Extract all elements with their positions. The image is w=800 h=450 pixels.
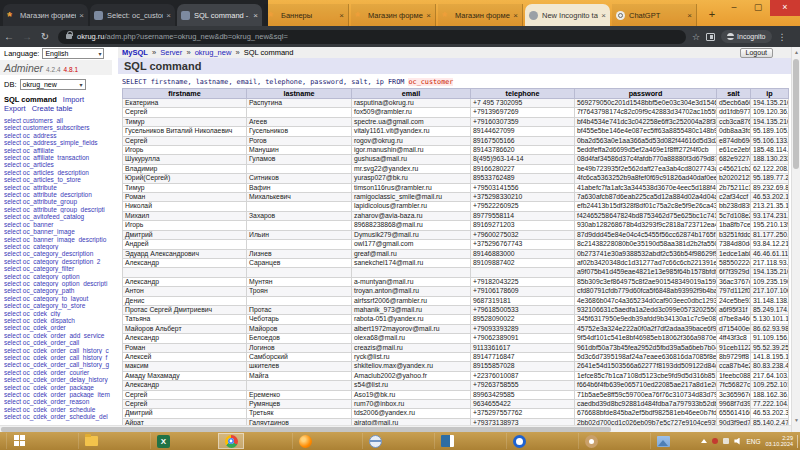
horizontal-scrollbar[interactable] [0, 425, 791, 432]
window-minimize-button[interactable]: – [722, 0, 746, 16]
sidebar-table-link[interactable]: select oc_category_option [4, 273, 118, 280]
sidebar-table-link[interactable]: select oc_attribute_description [4, 191, 118, 198]
window-maximize-button[interactable]: ▢ [746, 0, 770, 16]
sidebar-table-link[interactable]: select oc_cdek_dispatch [4, 317, 118, 324]
tray-expand-icon[interactable] [701, 439, 707, 443]
sql-table-name[interactable]: oc_customer [408, 78, 453, 86]
scroll-down-icon[interactable]: ▼ [793, 417, 800, 423]
browser-tab[interactable]: Магазин форменной оде× [351, 4, 436, 26]
sidebar-table-link[interactable]: select oc_cdek_order_courier [4, 369, 118, 376]
tray-app-icon[interactable] [712, 438, 718, 444]
sidebar-table-link[interactable]: select oc_banner_image_descriptio [4, 236, 118, 243]
sidebar-table-link[interactable]: select oc_articles_description [4, 169, 118, 176]
browser-tab[interactable]: New Incognito tab× [525, 4, 610, 26]
tab-close-icon[interactable]: × [423, 11, 431, 20]
breadcrumb-server-type[interactable]: MySQL [122, 48, 148, 57]
tab-close-icon[interactable]: × [336, 11, 344, 20]
sidebar-table-link[interactable]: select oc_attribute [4, 184, 118, 191]
tab-close-icon[interactable]: × [250, 11, 258, 20]
clock[interactable]: 2:29 03.10.2024 [765, 435, 798, 448]
column-header[interactable]: lastname [247, 89, 352, 99]
sidebar-table-link[interactable]: select oc_cdek_order_call_history_c [4, 347, 118, 354]
sidebar-table-link[interactable]: select customers_all [4, 117, 118, 124]
tab-close-icon[interactable]: × [684, 11, 692, 20]
sidebar-table-link[interactable]: select oc_cdek_order_schedule [4, 406, 118, 413]
tab-close-icon[interactable]: × [163, 11, 171, 20]
column-header[interactable]: password [575, 89, 717, 99]
vertical-scrollbar[interactable]: ▲ ▼ [791, 47, 800, 432]
sidebar-table-link[interactable]: select oc_category_description_2 [4, 258, 118, 265]
window-close-button[interactable]: × [770, 0, 800, 16]
adminer-new-version-link[interactable]: 4.8.1 [64, 66, 78, 73]
logout-button[interactable]: Logout [740, 48, 773, 58]
column-header[interactable]: telephone [471, 89, 575, 99]
sidebar-table-link[interactable]: select oc_articles_to_store [4, 176, 118, 183]
nav-export[interactable]: Export [4, 104, 26, 113]
sidebar-table-link[interactable]: select oc_cdek_order_reason [4, 398, 118, 405]
sidebar-table-link[interactable]: select oc_cdek_order_call_history_g [4, 361, 118, 368]
sidebar-table-link[interactable]: select oc_cdek_order_call [4, 339, 118, 346]
taskbar-item-excel[interactable]: X [150, 433, 176, 449]
sidebar-table-link[interactable]: select customers_subscribers [4, 124, 118, 131]
taskbar-item-globe-browser[interactable] [362, 433, 388, 449]
sidebar-table-link[interactable]: select oc_banner_image [4, 228, 118, 235]
tray-app-icon[interactable] [723, 438, 729, 444]
keyboard-language[interactable]: ENG [746, 438, 760, 445]
browser-tab[interactable]: Select: oc_customer - Adminer× [90, 4, 175, 26]
new-tab-button[interactable]: + [704, 7, 720, 23]
language-select[interactable]: English ▾ [42, 48, 104, 59]
browser-tab[interactable]: SQL command - Adminer× [177, 4, 262, 26]
sidebar-table-link[interactable]: select oc_articles [4, 161, 118, 168]
nav-create-table[interactable]: Create table [32, 104, 73, 113]
browser-tab[interactable]: Баннеры× [264, 4, 349, 26]
volume-icon[interactable] [734, 438, 741, 445]
sidebar-table-link[interactable]: select oc_attribute_group [4, 198, 118, 205]
side-panel-icon[interactable] [706, 33, 715, 41]
browser-tab[interactable]: Магазин форменной оде× [438, 4, 523, 26]
reload-icon[interactable]: ↻ [36, 31, 54, 42]
db-select[interactable]: okrug_new ▾ [20, 79, 86, 90]
vertical-scroll-thumb[interactable] [793, 59, 799, 169]
address-bar[interactable]: okrug.ru /adm.php?username=okrug_new&db=… [58, 30, 686, 44]
sidebar-table-link[interactable]: select oc_category_filter [4, 265, 118, 272]
sidebar-table-link[interactable]: select oc_address [4, 132, 118, 139]
browser-tab[interactable]: Магазин форменной оде× [3, 4, 88, 26]
sidebar-table-link[interactable]: select oc_cdek_order_call_history_f [4, 354, 118, 361]
taskbar-item-notebook[interactable] [434, 433, 460, 449]
sidebar-table-link[interactable]: select oc_attribute_group_descripti [4, 206, 118, 213]
column-header[interactable]: email [352, 89, 471, 99]
sidebar-table-link[interactable]: select oc_avitofeed_catalog [4, 213, 118, 220]
taskbar-item-paint[interactable] [578, 433, 604, 449]
sidebar-table-link[interactable]: select oc_banner [4, 221, 118, 228]
sidebar-table-link[interactable]: select oc_cdek_city [4, 310, 118, 317]
taskbar-item-browser-blue[interactable] [506, 433, 532, 449]
taskbar-item-start[interactable] [6, 433, 32, 449]
sidebar-table-link[interactable]: select oc_category_option_descripti [4, 280, 118, 287]
taskbar-item-photo-viewer[interactable] [650, 433, 676, 449]
back-icon[interactable]: ← [0, 31, 18, 42]
sidebar-table-link[interactable]: select oc_affiliate_transaction [4, 154, 118, 161]
tab-close-icon[interactable]: × [598, 11, 606, 20]
forward-icon[interactable]: → [18, 31, 36, 42]
browser-menu-icon[interactable]: ⋮ [778, 32, 787, 42]
sidebar-table-link[interactable]: select oc_cdek_order_add_service [4, 332, 118, 339]
sidebar-table-link[interactable]: select oc_category_to_store [4, 302, 118, 309]
sidebar-table-link[interactable]: select oc_category_description [4, 250, 118, 257]
scroll-up-icon[interactable]: ▲ [793, 49, 800, 55]
taskbar-item-firefox[interactable] [292, 433, 318, 449]
tab-close-icon[interactable]: × [510, 11, 518, 20]
breadcrumb-server[interactable]: Server [160, 48, 182, 57]
sidebar-table-link[interactable]: select oc_category_path [4, 287, 118, 294]
browser-tab[interactable]: ChatGPT× [612, 4, 697, 26]
sidebar-table-link[interactable]: select oc_affiliate [4, 147, 118, 154]
tab-close-icon[interactable]: × [76, 11, 84, 20]
taskbar-item-chrome[interactable] [218, 433, 244, 449]
column-header[interactable]: salt [717, 89, 751, 99]
sidebar-table-link[interactable]: select oc_cdek_order_schedule_del [4, 413, 118, 420]
column-header[interactable]: ip [751, 89, 789, 99]
sidebar-table-link[interactable]: select oc_category [4, 243, 118, 250]
sidebar-table-link[interactable]: select oc_cdek_order [4, 324, 118, 331]
sidebar-table-link[interactable]: select oc_address_simple_fields [4, 139, 118, 146]
column-header[interactable]: firstname [123, 89, 247, 99]
breadcrumb-db[interactable]: okrug_new [195, 48, 232, 57]
